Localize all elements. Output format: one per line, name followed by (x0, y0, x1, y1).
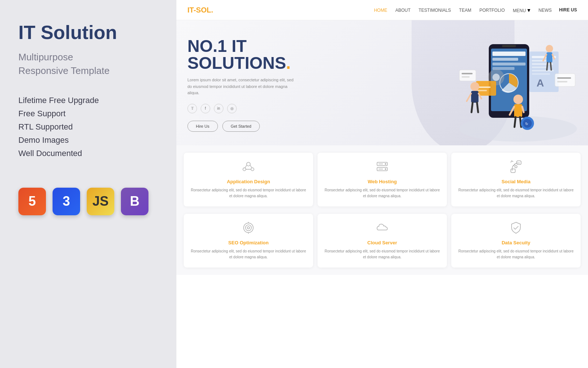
security-icon (457, 221, 575, 236)
svg-rect-23 (546, 52, 552, 63)
page-title: IT Solution (18, 22, 158, 43)
service-card-social-media: Social Media Ronsectetur adipiscing elit… (451, 153, 581, 206)
svg-line-53 (250, 165, 252, 168)
twitter-icon[interactable]: 𝕋 (187, 104, 197, 113)
service-desc-social-media: Ronsectetur adipiscing elit, sed do eius… (457, 187, 575, 199)
service-title-social-media: Social Media (457, 179, 575, 184)
svg-point-34 (513, 95, 523, 104)
svg-rect-43 (459, 70, 476, 81)
svg-point-22 (546, 45, 553, 52)
svg-point-0 (459, 116, 577, 142)
svg-rect-45 (462, 76, 470, 78)
service-card-seo: SEO Optimization Ronsectetur adipiscing … (184, 214, 313, 268)
css3-icon: 3 (53, 188, 80, 215)
feature-item: RTL Supported (18, 122, 158, 132)
hero-buttons: Hire Us Get Started (187, 121, 298, 132)
feature-item: Free Support (18, 109, 158, 118)
facebook-icon[interactable]: f (201, 104, 210, 113)
app-design-icon (189, 160, 308, 175)
linkedin-icon[interactable]: in (214, 104, 223, 113)
svg-line-52 (245, 165, 247, 168)
features-list: Lifetime Free Upgrade Free Support RTL S… (18, 96, 158, 162)
nav-item-team[interactable]: TEAM (459, 7, 471, 13)
svg-rect-62 (511, 169, 515, 173)
hero-content: NO.1 IT SOLUTIONS. Lorem ipsum dolor sit… (187, 38, 298, 132)
svg-point-66 (247, 227, 250, 229)
svg-rect-14 (532, 70, 554, 71)
feature-item: Well Documented (18, 149, 158, 158)
svg-point-57 (385, 163, 386, 165)
service-title-security: Data Secuity (457, 240, 575, 245)
svg-text:↻: ↻ (525, 122, 528, 126)
bootstrap-icon: B (121, 188, 148, 215)
svg-text:A: A (537, 77, 544, 89)
svg-point-64 (244, 223, 253, 233)
hero-section: NO.1 IT SOLUTIONS. Lorem ipsum dolor sit… (176, 20, 588, 145)
service-title-web-hosting: Web Hosting (323, 179, 441, 184)
website-preview: IT-SOL. HOME ABOUT TESTIMONIALS TEAM POR… (176, 0, 588, 368)
nav-item-testimonials[interactable]: TESTIMONIALS (419, 7, 451, 13)
preview-navbar: IT-SOL. HOME ABOUT TESTIMONIALS TEAM POR… (176, 0, 588, 20)
svg-point-58 (385, 169, 386, 170)
nav-item-menu[interactable]: MENU ▾ (513, 7, 531, 14)
service-desc-cloud: Ronsectetur adipiscing elit, sed do eius… (323, 248, 441, 260)
svg-rect-6 (492, 63, 526, 66)
svg-point-63 (515, 166, 517, 168)
svg-line-38 (514, 117, 516, 127)
services-grid-bottom: SEO Optimization Ronsectetur adipiscing … (176, 214, 588, 275)
right-panel: IT-SOL. HOME ABOUT TESTIMONIALS TEAM POR… (176, 0, 588, 368)
feature-item: Lifetime Free Upgrade (18, 96, 158, 105)
svg-rect-15 (532, 73, 550, 75)
hero-illustration: A (419, 22, 581, 144)
service-card-security: Data Secuity Ronsectetur adipiscing elit… (451, 214, 581, 268)
svg-point-49 (247, 162, 250, 166)
social-icons-row: 𝕋 f in ◎ (187, 104, 298, 113)
svg-rect-35 (514, 104, 522, 117)
nav-item-about[interactable]: ABOUT (395, 7, 410, 13)
service-desc-app-design: Ronsectetur adipiscing elit, sed do eius… (189, 187, 308, 199)
svg-rect-13 (532, 67, 548, 68)
svg-rect-48 (557, 81, 567, 82)
social-media-icon (457, 160, 575, 175)
services-grid-top: Application Design Ronsectetur adipiscin… (176, 145, 588, 214)
hero-title-line2: SOLUTIONS. (187, 54, 298, 71)
svg-point-65 (245, 225, 251, 231)
svg-point-51 (251, 168, 254, 171)
svg-line-30 (467, 93, 471, 101)
service-card-app-design: Application Design Ronsectetur adipiscin… (184, 153, 313, 206)
hero-title-line1: NO.1 IT (187, 38, 298, 54)
service-desc-security: Ronsectetur adipiscing elit, sed do eius… (457, 248, 575, 260)
service-title-app-design: Application Design (189, 179, 308, 184)
svg-point-50 (243, 168, 246, 171)
hire-us-button[interactable]: Hire Us (187, 121, 218, 132)
nav-logo: IT-SOL. (187, 6, 213, 14)
svg-point-18 (492, 74, 500, 81)
hero-title: NO.1 IT SOLUTIONS. (187, 38, 298, 71)
nav-hire-us[interactable]: HIRE US (559, 7, 577, 13)
svg-rect-44 (462, 73, 473, 74)
svg-rect-5 (492, 58, 518, 61)
svg-rect-29 (471, 91, 478, 103)
svg-rect-61 (517, 161, 521, 164)
svg-line-27 (551, 63, 551, 70)
service-title-cloud: Cloud Server (323, 240, 441, 245)
svg-line-33 (477, 103, 478, 112)
instagram-icon[interactable]: ◎ (227, 104, 237, 113)
service-card-cloud: Cloud Server Ronsectetur adipiscing elit… (318, 214, 447, 268)
svg-line-26 (547, 63, 548, 70)
service-desc-seo: Ronsectetur adipiscing elit, sed do eius… (189, 248, 308, 260)
get-started-button[interactable]: Get Started (222, 121, 260, 132)
service-desc-web-hosting: Ronsectetur adipiscing elit, sed do eius… (323, 187, 441, 199)
nav-item-news[interactable]: NEWS (538, 7, 552, 13)
service-card-web-hosting: Web Hosting Ronsectetur adipiscing elit,… (318, 153, 447, 206)
js-icon: JS (87, 188, 114, 215)
tech-icons-row: 5 3 JS B (18, 188, 158, 215)
html5-icon: 5 (18, 188, 46, 215)
svg-rect-46 (555, 74, 575, 86)
svg-line-32 (472, 103, 473, 112)
seo-icon (189, 221, 308, 236)
svg-rect-3 (502, 45, 516, 47)
nav-item-home[interactable]: HOME (374, 7, 387, 13)
svg-point-28 (470, 82, 479, 91)
nav-item-portfolio[interactable]: PORTFOLIO (479, 7, 505, 13)
